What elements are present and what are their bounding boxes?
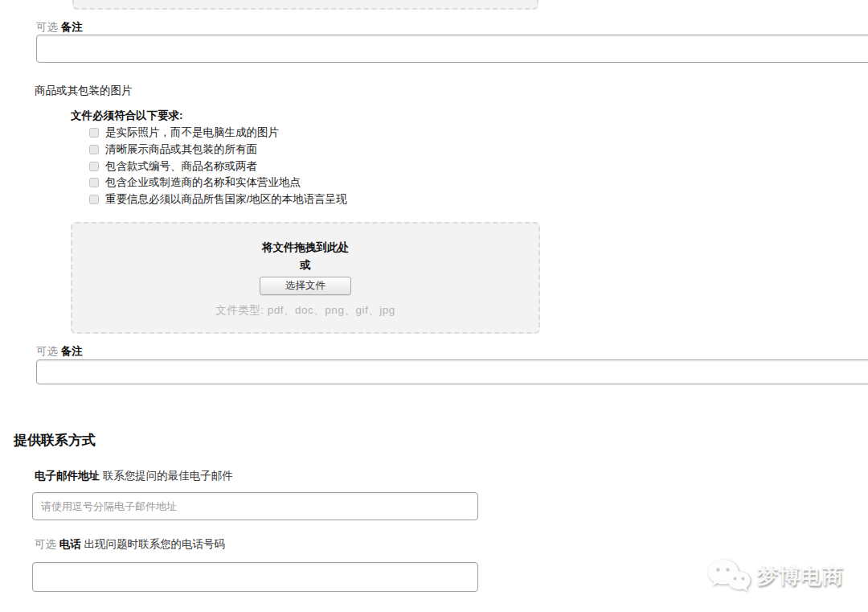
watermark-text: 梦博电商 [757,562,844,590]
checkbox-icon [89,128,99,138]
requirement-item: 包含企业或制造商的名称和实体营业地点 [89,175,347,191]
requirement-item: 重要信息必须以商品所售国家/地区的本地语言呈现 [89,191,347,208]
phone-field-label: 可选 电话 出现问题时联系您的电话号码 [35,537,225,552]
dropzone-or-text: 或 [300,259,311,272]
email-field-label: 电子邮件地址 联系您提问的最佳电子邮件 [35,469,233,483]
phone-label-hint: 出现问题时联系您的电话号码 [84,538,226,550]
note-input[interactable] [36,35,868,63]
note-field-label: 可选 备注 [36,20,83,35]
checkbox-icon [89,162,99,171]
requirement-text: 清晰展示商品或其包装的所有面 [105,142,257,157]
email-label-hint: 联系您提问的最佳电子邮件 [103,470,233,482]
optional-tag: 可选 [36,345,58,357]
note-input[interactable] [36,359,868,384]
checkbox-icon [89,178,99,187]
optional-tag: 可选 [36,21,58,33]
product-images-title: 商品或其包装的图片 [35,84,133,98]
allowed-file-types: 文件类型: pdf、doc、png、gif、jpg [215,303,395,318]
previous-dropzone-partial[interactable] [72,0,538,10]
email-label-text: 电子邮件地址 [35,470,100,482]
file-requirements-list: 是实际照片，而不是电脑生成的图片 清晰展示商品或其包装的所有面 包含款式编号、商… [89,125,347,207]
email-input[interactable] [32,492,478,520]
file-requirements-heading: 文件必须符合以下要求: [71,109,183,123]
contact-section-heading: 提供联系方式 [14,431,96,450]
choose-file-button[interactable]: 选择文件 [260,277,351,295]
requirement-text: 重要信息必须以商品所售国家/地区的本地语言呈现 [105,192,347,207]
requirement-item: 清晰展示商品或其包装的所有面 [89,142,347,158]
phone-label-text: 电话 [59,538,81,550]
requirement-text: 包含企业或制造商的名称和实体营业地点 [105,175,301,190]
requirement-item: 包含款式编号、商品名称或两者 [89,158,347,175]
note-label-text: 备注 [61,21,83,33]
note-label-text: 备注 [61,345,83,357]
requirement-text: 是实际照片，而不是电脑生成的图片 [105,125,279,140]
optional-tag: 可选 [35,538,56,550]
note-field-label: 可选 备注 [36,344,83,359]
dropzone-drag-text: 将文件拖拽到此处 [262,240,349,255]
wechat-icon [706,557,752,595]
watermark: 梦博电商 [706,552,858,600]
checkbox-icon [89,195,99,204]
requirement-text: 包含款式编号、商品名称或两者 [105,159,257,174]
file-dropzone[interactable]: 将文件拖拽到此处 或 选择文件 文件类型: pdf、doc、png、gif、jp… [71,222,540,334]
phone-input[interactable] [32,562,478,592]
requirement-item: 是实际照片，而不是电脑生成的图片 [89,125,347,142]
checkbox-icon [89,145,99,154]
